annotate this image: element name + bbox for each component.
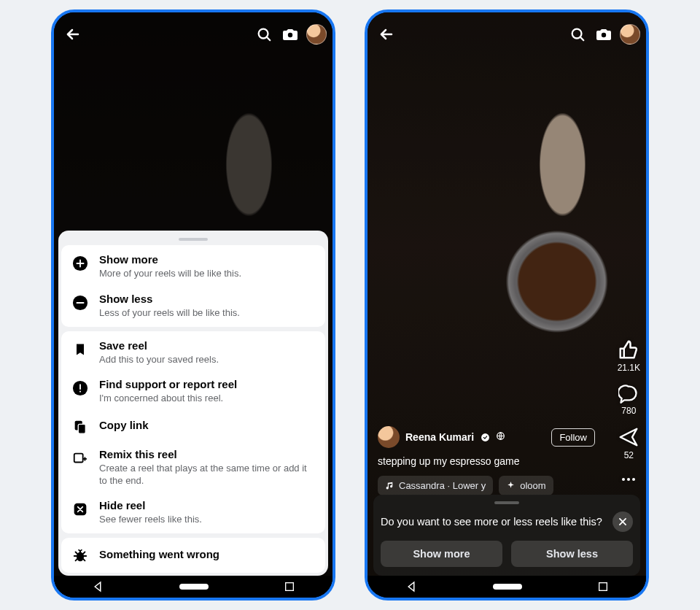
svg-point-15 [622, 478, 625, 481]
author-name[interactable]: Reena Kumari [405, 431, 474, 443]
option-subtitle: Add this to your saved reels. [99, 354, 219, 366]
copy-icon [72, 419, 88, 435]
sheet-drag-handle[interactable] [494, 501, 519, 504]
back-arrow-icon [64, 26, 82, 43]
music-note-icon [385, 481, 394, 490]
top-bar [54, 20, 332, 49]
alert-circle-icon [72, 380, 88, 396]
camera-button[interactable] [591, 21, 617, 47]
close-button[interactable] [612, 511, 633, 532]
reel-caption: stepping up my espresso game [378, 455, 595, 467]
profile-avatar-button[interactable] [306, 24, 327, 45]
phone-mock-right: 21.1K 780 52 Reena Kumari [365, 9, 649, 601]
svg-rect-5 [79, 385, 81, 390]
bug-icon [72, 548, 88, 564]
camera-button[interactable] [277, 21, 303, 47]
back-arrow-icon [378, 26, 395, 43]
option-subtitle: Less of your reels will be like this. [99, 307, 240, 319]
svg-point-16 [627, 478, 630, 481]
svg-rect-8 [78, 425, 85, 434]
option-copy-link[interactable]: Copy link [61, 412, 325, 444]
nav-recents-icon[interactable] [597, 581, 609, 592]
sheet-drag-handle[interactable] [179, 238, 208, 241]
sparkle-icon [506, 481, 516, 490]
option-title: Save reel [99, 339, 219, 352]
option-subtitle: I'm concerned about this reel. [99, 393, 237, 404]
nav-recents-icon[interactable] [284, 581, 295, 592]
like-count: 21.1K [618, 363, 640, 373]
share-button[interactable]: 52 [618, 426, 639, 460]
android-nav-bar [54, 576, 332, 598]
nav-back-icon[interactable] [405, 580, 418, 593]
search-icon [569, 26, 586, 42]
option-save-reel[interactable]: Save reel Add this to your saved reels. [61, 331, 325, 374]
minus-circle-icon [72, 295, 88, 311]
show-less-button[interactable]: Show less [511, 541, 633, 567]
thumbs-up-icon [618, 339, 639, 360]
feedback-prompt-sheet: Do you want to see more or less reels li… [373, 495, 640, 576]
music-chip[interactable]: Cassandra · Lower y [378, 476, 493, 495]
svg-rect-6 [79, 391, 81, 393]
music-chip-label: Cassandra · Lower y [399, 480, 486, 491]
search-button[interactable] [251, 21, 277, 47]
sheet-group-actions: Save reel Add this to your saved reels. … [61, 331, 325, 533]
svg-point-18 [481, 433, 489, 441]
search-icon [256, 26, 272, 42]
svg-rect-9 [74, 454, 83, 463]
nav-home-icon[interactable] [179, 584, 209, 590]
reel-meta: Reena Kumari Follow stepping up my espre… [378, 426, 595, 495]
show-more-button[interactable]: Show more [381, 541, 502, 567]
share-icon [618, 426, 639, 448]
option-title: Something went wrong [99, 546, 219, 563]
comment-count: 780 [621, 406, 636, 416]
option-title: Find support or report reel [99, 378, 237, 391]
comment-button[interactable]: 780 [618, 383, 639, 416]
bookmark-icon [73, 341, 88, 358]
search-button[interactable] [564, 21, 591, 47]
option-subtitle: Create a reel that plays at the same tim… [99, 463, 315, 487]
option-title: Hide reel [99, 499, 202, 512]
nav-home-icon[interactable] [493, 584, 522, 590]
profile-avatar-button[interactable] [620, 24, 640, 45]
option-title: Show more [99, 253, 241, 266]
back-button[interactable] [373, 21, 400, 47]
sheet-group-show: Show more More of your reels will be lik… [61, 245, 325, 327]
top-bar [368, 20, 646, 49]
svg-point-1 [288, 33, 292, 37]
x-square-icon [73, 502, 88, 517]
nav-back-icon[interactable] [91, 580, 104, 593]
options-bottom-sheet: Show more More of your reels will be lik… [58, 231, 328, 576]
close-icon [618, 517, 628, 527]
option-hide-reel[interactable]: Hide reel See fewer reels like this. [61, 495, 325, 533]
feedback-question: Do you want to see more or less reels li… [381, 516, 605, 528]
option-remix-reel[interactable]: Remix this reel Create a reel that plays… [61, 444, 325, 495]
globe-icon [496, 431, 505, 443]
share-count: 52 [624, 450, 634, 460]
option-something-wrong[interactable]: Something went wrong [61, 538, 325, 573]
verified-badge-icon [480, 432, 490, 442]
like-button[interactable]: 21.1K [618, 339, 640, 373]
option-show-more[interactable]: Show more More of your reels will be lik… [61, 245, 325, 287]
reel-side-actions: 21.1K 780 52 [618, 339, 640, 488]
svg-point-17 [632, 478, 635, 481]
comment-icon [618, 383, 639, 404]
android-nav-bar [368, 576, 646, 598]
option-show-less[interactable]: Show less Less of your reels will be lik… [61, 288, 325, 327]
svg-rect-12 [285, 583, 293, 591]
effect-chip-label: oloom [520, 480, 545, 491]
more-dots-icon [620, 471, 637, 488]
more-options-button[interactable] [620, 471, 637, 488]
svg-point-14 [602, 33, 606, 37]
svg-rect-20 [599, 583, 607, 591]
phone-mock-left: Show more More of your reels will be lik… [51, 9, 335, 601]
option-subtitle: More of your reels will be like this. [99, 268, 241, 279]
option-report-reel[interactable]: Find support or report reel I'm concerne… [61, 374, 325, 412]
back-button[interactable] [60, 21, 86, 47]
option-title: Copy link [99, 417, 149, 434]
effect-chip[interactable]: oloom [499, 476, 553, 495]
remix-icon [72, 450, 88, 466]
camera-icon [281, 26, 299, 43]
follow-button[interactable]: Follow [551, 428, 595, 447]
plus-circle-icon [72, 255, 88, 271]
author-avatar[interactable] [378, 426, 400, 448]
